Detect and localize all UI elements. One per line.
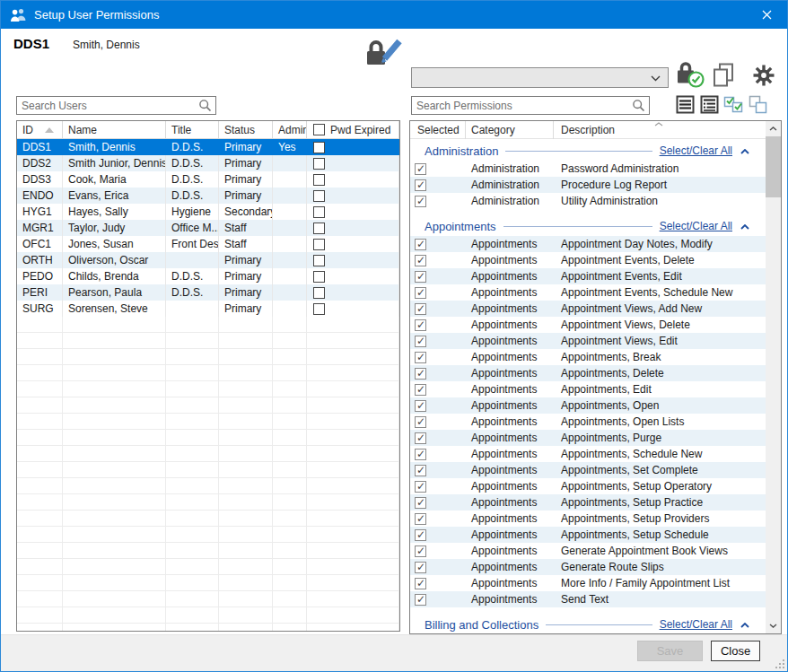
user-row[interactable]: PEDOChilds, BrendaD.D.S.Primary	[17, 268, 399, 284]
vertical-scrollbar[interactable]	[766, 121, 781, 633]
user-row[interactable]: OFC1Jones, SusanFront DeskStaff	[17, 236, 399, 252]
permission-row[interactable]: AppointmentsSend Text	[410, 591, 766, 607]
collapse-group-icon[interactable]	[740, 623, 749, 628]
select-clear-all-link[interactable]: Select/Clear All	[660, 220, 732, 232]
permission-checkbox[interactable]	[415, 196, 426, 207]
permission-row[interactable]: AppointmentsAppointments, Setup Schedule	[410, 527, 766, 543]
permission-checkbox[interactable]	[415, 497, 426, 509]
permission-row[interactable]: AppointmentsAppointment Views, Add New	[410, 301, 766, 317]
scroll-up-icon[interactable]	[766, 121, 781, 136]
user-row[interactable]: SURGSorensen, StevePrimary	[17, 301, 399, 317]
expand-groups-icon[interactable]	[700, 95, 719, 114]
password-lock-pencil-icon[interactable]	[363, 38, 403, 68]
permission-row[interactable]: AppointmentsAppointment Day Notes, Modif…	[410, 236, 766, 252]
permission-checkbox[interactable]	[415, 465, 426, 476]
user-row[interactable]: DDS1Smith, DennisD.D.S.PrimaryYes	[17, 139, 399, 155]
permission-row[interactable]: AppointmentsAppointments, Purge	[410, 430, 766, 446]
permission-row[interactable]: AdministrationUtility Administration	[410, 193, 766, 209]
pwd-expired-checkbox[interactable]	[313, 287, 325, 299]
permission-row[interactable]: AppointmentsGenerate Appointment Book Vi…	[410, 543, 766, 559]
permission-row[interactable]: AppointmentsAppointments, Setup Practice	[410, 494, 766, 511]
pwd-expired-checkbox[interactable]	[313, 158, 325, 170]
collapse-group-icon[interactable]	[740, 149, 749, 154]
column-header-admin[interactable]: Admin	[273, 121, 307, 139]
permission-checkbox[interactable]	[415, 513, 426, 525]
pwd-expired-checkbox[interactable]	[313, 190, 325, 202]
permission-row[interactable]: AppointmentsAppointments, Break	[410, 349, 766, 365]
pwd-expired-checkbox[interactable]	[313, 223, 325, 234]
column-header-status[interactable]: Status	[219, 121, 273, 139]
scrollbar-thumb[interactable]	[766, 136, 781, 197]
column-header-name[interactable]: Name	[63, 121, 166, 139]
select-clear-all-link[interactable]: Select/Clear All	[660, 144, 732, 157]
pwd-expired-checkbox[interactable]	[313, 206, 325, 218]
permission-row[interactable]: AppointmentsAppointments, Delete	[410, 365, 766, 381]
search-permissions-input[interactable]	[411, 96, 650, 115]
permission-checkbox[interactable]	[415, 449, 426, 460]
user-row[interactable]: DDS2Smith Junior, DennisD.D.S.Primary	[17, 155, 399, 171]
permission-checkbox[interactable]	[415, 287, 426, 299]
collapse-groups-icon[interactable]	[676, 95, 695, 114]
user-row[interactable]: DDS3Cook, MariaD.D.S.Primary	[17, 171, 399, 188]
permission-row[interactable]: AppointmentsAppointments, Open Lists	[410, 414, 766, 430]
pwd-expired-checkbox[interactable]	[313, 271, 325, 283]
user-row[interactable]: ORTHOliverson, OscarPrimary	[17, 252, 399, 268]
permission-row[interactable]: AppointmentsAppointments, Open	[410, 397, 766, 414]
lock-verified-icon[interactable]	[675, 59, 705, 88]
search-users-input[interactable]	[16, 96, 216, 115]
select-clear-all-link[interactable]: Select/Clear All	[660, 618, 732, 631]
user-row[interactable]: PERIPearson, PaulaD.D.S.Primary	[17, 284, 399, 301]
scroll-down-icon[interactable]	[766, 618, 781, 633]
permission-checkbox[interactable]	[415, 594, 426, 606]
permission-profile-dropdown[interactable]	[411, 67, 669, 88]
permission-row[interactable]: AppointmentsGenerate Route Slips	[410, 559, 766, 575]
permission-checkbox[interactable]	[415, 368, 426, 380]
permission-row[interactable]: AppointmentsAppointment Events, Delete	[410, 252, 766, 268]
permission-checkbox[interactable]	[415, 179, 426, 191]
permission-row[interactable]: AppointmentsMore Info / Family Appointme…	[410, 575, 766, 591]
pwd-expired-checkbox[interactable]	[313, 255, 325, 266]
permission-checkbox[interactable]	[415, 352, 426, 363]
permission-checkbox[interactable]	[415, 529, 426, 541]
copy-icon[interactable]	[713, 63, 734, 88]
permission-checkbox[interactable]	[415, 432, 426, 444]
permission-row[interactable]: AppointmentsAppointment Events, Edit	[410, 268, 766, 284]
column-header-selected[interactable]: Selected	[410, 121, 466, 139]
user-row[interactable]: ENDOEvans, EricaD.D.S.Primary	[17, 188, 399, 204]
permission-row[interactable]: AppointmentsAppointments, Schedule New	[410, 446, 766, 462]
close-button[interactable]: Close	[711, 641, 760, 661]
pwd-expired-header-checkbox[interactable]	[313, 124, 325, 135]
permission-row[interactable]: AppointmentsAppointment Views, Delete	[410, 317, 766, 333]
permission-checkbox[interactable]	[415, 578, 426, 589]
permission-checkbox[interactable]	[415, 319, 426, 331]
clear-all-checkboxes-icon[interactable]	[749, 95, 767, 114]
user-row[interactable]: HYG1Hayes, SallyHygieneSecondary	[17, 204, 399, 220]
gear-icon[interactable]	[753, 65, 775, 86]
permission-checkbox[interactable]	[415, 400, 426, 412]
permission-checkbox[interactable]	[415, 303, 426, 315]
permission-checkbox[interactable]	[415, 336, 426, 347]
select-all-checkboxes-icon[interactable]	[723, 93, 744, 114]
permission-row[interactable]: AppointmentsAppointments, Edit	[410, 381, 766, 397]
permission-checkbox[interactable]	[415, 239, 426, 250]
permission-checkbox[interactable]	[415, 255, 426, 266]
pwd-expired-checkbox[interactable]	[313, 174, 325, 186]
permission-checkbox[interactable]	[415, 481, 426, 493]
close-icon[interactable]	[746, 1, 787, 29]
save-button[interactable]: Save	[637, 641, 703, 661]
permission-row[interactable]: AppointmentsAppointments, Setup Operator…	[410, 478, 766, 494]
permission-checkbox[interactable]	[415, 562, 426, 573]
permission-row[interactable]: AppointmentsAppointments, Set Complete	[410, 462, 766, 478]
user-row[interactable]: MGR1Taylor, JudyOffice M...Staff	[17, 220, 399, 236]
permission-checkbox[interactable]	[415, 271, 426, 283]
collapse-group-icon[interactable]	[740, 224, 749, 230]
permission-checkbox[interactable]	[415, 163, 426, 175]
permission-row[interactable]: AppointmentsAppointments, Setup Provider…	[410, 511, 766, 527]
pwd-expired-checkbox[interactable]	[313, 303, 325, 315]
permission-checkbox[interactable]	[415, 416, 426, 428]
pwd-expired-checkbox[interactable]	[313, 142, 325, 153]
permission-row[interactable]: AdministrationPassword Administration	[410, 161, 766, 177]
permission-row[interactable]: AdministrationProcedure Log Report	[410, 177, 766, 193]
permission-row[interactable]: AppointmentsAppointment Views, Edit	[410, 333, 766, 349]
pwd-expired-checkbox[interactable]	[313, 239, 325, 250]
